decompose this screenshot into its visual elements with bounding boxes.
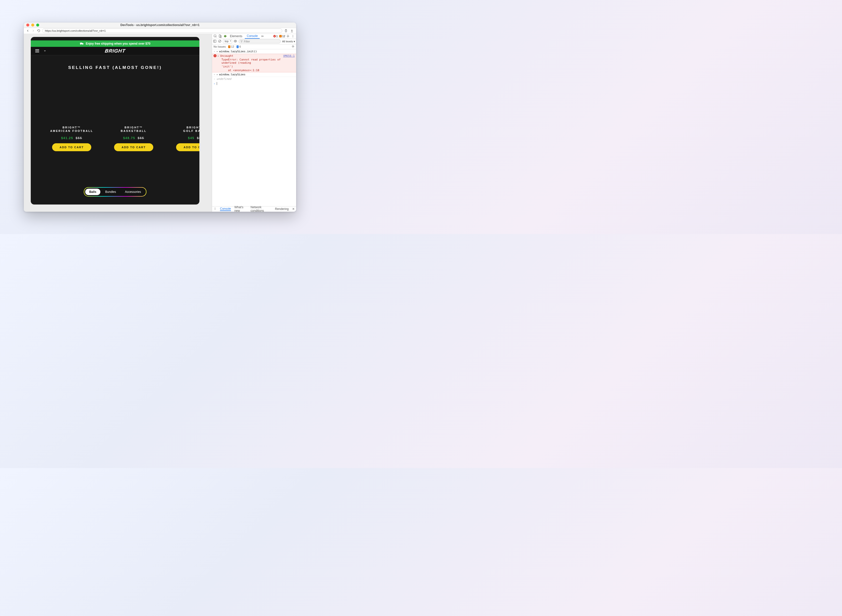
product-price: $48.75 (123, 136, 135, 140)
text-cursor (217, 82, 217, 85)
window-minimize[interactable] (31, 23, 34, 26)
svg-point-8 (292, 36, 293, 37)
pill-balls[interactable]: Balls (85, 189, 100, 195)
svg-line-13 (219, 40, 221, 42)
window-maximize[interactable] (36, 23, 39, 26)
log-levels-selector[interactable]: All levels ▾ (282, 40, 295, 43)
mouse-icon[interactable] (284, 28, 288, 33)
error-count: 1 (276, 35, 278, 38)
svg-rect-10 (213, 40, 216, 42)
svg-point-16 (215, 207, 215, 208)
page-viewport: Enjoy free shipping when you spend over … (24, 34, 212, 212)
product-brand: BRIGHT™ (125, 126, 143, 129)
window-title: DevTools - us.brightsport.com/collection… (24, 23, 296, 27)
sidebar-toggle-icon[interactable] (213, 40, 216, 43)
nav-back-button[interactable] (26, 29, 30, 33)
category-pills: Balls Bundles Accessories (84, 187, 147, 197)
tab-console[interactable]: Console (245, 34, 260, 39)
chevron-right-icon: › (213, 50, 216, 53)
add-to-cart-button[interactable]: ADD TO CART (114, 143, 153, 151)
console-log-row: › ▸ window.lazySizes (212, 72, 296, 77)
svg-point-17 (215, 208, 215, 209)
svg-point-15 (292, 46, 293, 47)
more-tabs-icon[interactable] (260, 34, 265, 38)
drawer-tab-network-conditions[interactable]: Network conditions (250, 205, 271, 212)
error-trace: at <anonymous>:1:18 (222, 69, 295, 72)
svg-marker-5 (224, 35, 226, 37)
add-to-cart-button[interactable]: ADD TO CART (52, 143, 91, 151)
chevron-down-icon[interactable] (44, 48, 46, 53)
close-drawer-icon[interactable]: ✕ (292, 207, 295, 211)
filter-placeholder: Filter (244, 40, 250, 43)
console-text: window.lazySizes (219, 73, 245, 76)
device-toolbar-icon[interactable] (218, 34, 222, 38)
console-output[interactable]: › ▸ window.lazySizes.init() ✕ ▸ Uncaught… (212, 49, 296, 206)
window-close[interactable] (26, 23, 29, 26)
console-return-row: ‹ undefined (212, 77, 296, 81)
error-body: TypeError: Cannot read properties of und… (222, 58, 295, 65)
filter-icon (240, 40, 243, 43)
product-compare-price: $55 (76, 136, 82, 140)
svg-point-6 (288, 36, 288, 37)
console-text: window.lazySizes.init() (219, 50, 257, 53)
info-chip: i (237, 45, 239, 48)
issues-bar: No Issues ! 12 i 6 (212, 44, 296, 49)
issues-label: No Issues (213, 45, 226, 48)
pill-bundles[interactable]: Bundles (101, 189, 120, 195)
svg-point-18 (215, 209, 215, 210)
svg-point-14 (235, 41, 236, 42)
brand-logo[interactable]: BRIGHT (104, 48, 126, 54)
product-price: $41.25 (61, 136, 73, 140)
console-prompt[interactable]: › (212, 81, 296, 86)
svg-point-7 (292, 35, 293, 36)
product-brand: BRIGHT™ (187, 126, 200, 129)
pill-accessories[interactable]: Accessories (121, 189, 145, 195)
section-heading: SELLING FAST (ALMOST GONE!) (31, 65, 200, 70)
console-toolbar: top Filter All levels ▾ (212, 39, 296, 44)
titlebar: DevTools - us.brightsport.com/collection… (24, 22, 296, 28)
drawer-tab-whatsnew[interactable]: What's new (234, 205, 247, 212)
console-settings-icon[interactable] (291, 45, 295, 48)
drawer-tab-rendering[interactable]: Rendering (275, 207, 289, 211)
clear-console-icon[interactable] (218, 40, 222, 43)
address-bar: https://us.brightsport.com/collections/a… (24, 28, 296, 34)
product-card: BRIGHT™ GOLF BALLS $45 $60 ADD TO CART (172, 126, 200, 151)
shipping-banner-text: Enjoy free shipping when you spend over … (86, 42, 151, 45)
error-count-badge[interactable]: ✕1 (273, 35, 278, 38)
drawer-tab-console[interactable]: Console (220, 207, 231, 211)
kebab-menu-icon[interactable] (291, 34, 295, 38)
settings-gear-icon[interactable] (286, 34, 290, 38)
console-error-row: ✕ ▸ Uncaught VM656:1 TypeError: Cannot r… (212, 54, 296, 72)
reload-button[interactable] (37, 29, 41, 33)
product-name: BASKETBALL (121, 129, 147, 132)
kebab-menu-icon[interactable] (213, 207, 216, 211)
error-location-link[interactable]: VM656:1 (283, 54, 295, 57)
context-selector[interactable]: top (223, 40, 232, 43)
svg-point-9 (292, 37, 293, 37)
product-card: BRIGHT™ AMERICAN FOOTBALL $41.25 $55 ADD… (48, 126, 95, 151)
nav-forward-button[interactable] (31, 29, 35, 33)
product-price: $45 (188, 136, 194, 140)
warn-chip-count: 12 (231, 45, 234, 48)
add-to-cart-button[interactable]: ADD TO CART (176, 143, 200, 151)
filter-input[interactable]: Filter (239, 40, 281, 43)
hamburger-menu[interactable] (35, 49, 39, 52)
download-icon[interactable] (289, 28, 294, 33)
console-log-row: › ▸ window.lazySizes.init() (212, 49, 296, 54)
product-brand: BRIGHT™ (63, 126, 81, 129)
error-body: 'init') (222, 65, 295, 68)
url-field[interactable]: https://us.brightsport.com/collections/a… (42, 28, 282, 33)
inspect-element-icon[interactable] (213, 34, 217, 38)
devtools-panel: Elements Console ✕1 !12 (212, 34, 296, 212)
tab-elements[interactable]: Elements (228, 34, 244, 38)
product-name: AMERICAN FOOTBALL (50, 129, 93, 132)
warning-count-badge[interactable]: !12 (279, 35, 285, 38)
product-card: BRIGHT™ BASKETBALL $48.75 $65 ADD TO CAR… (110, 126, 157, 151)
live-expression-icon[interactable] (234, 40, 237, 43)
console-undefined: undefined (216, 77, 231, 81)
extension-icon[interactable] (223, 34, 228, 38)
shipping-banner: Enjoy free shipping when you spend over … (31, 40, 200, 47)
warn-chip: ! (228, 45, 231, 48)
traffic-lights (26, 23, 39, 26)
site-header: BRIGHT (31, 47, 200, 55)
